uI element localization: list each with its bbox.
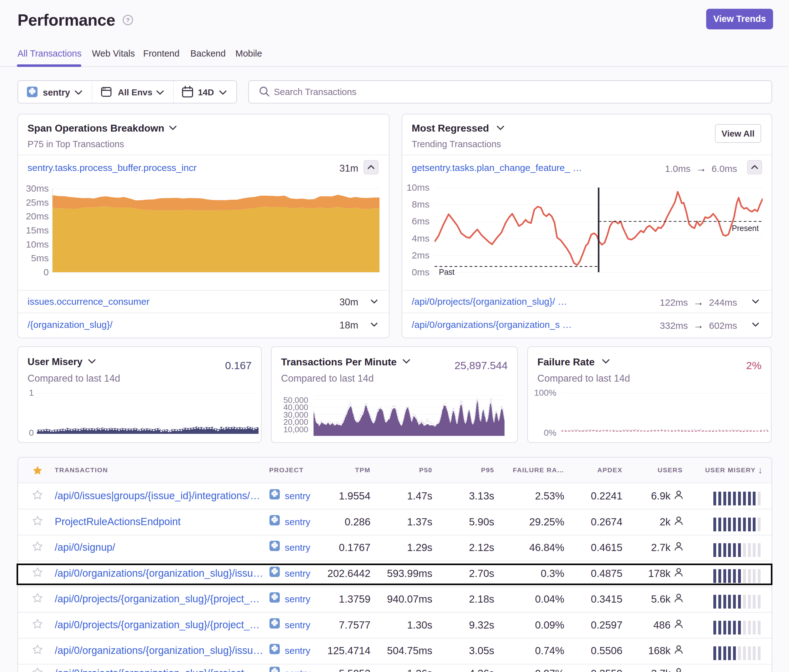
svg-text:?: ? <box>126 17 130 24</box>
